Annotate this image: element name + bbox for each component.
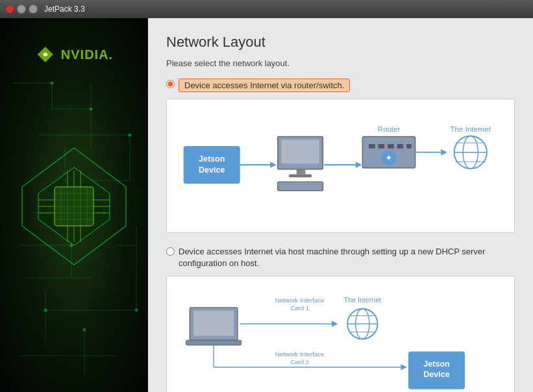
svg-rect-64 [278, 182, 323, 191]
svg-rect-86 [186, 341, 242, 346]
svg-text:Device: Device [199, 165, 225, 175]
nvidia-icon [35, 44, 56, 65]
sidebar: NVIDIA. [0, 18, 148, 392]
main-container: NVIDIA. Network Layout Please select the… [0, 18, 533, 392]
svg-marker-66 [356, 162, 362, 168]
content-area: Network Layout Please select the network… [148, 18, 533, 392]
nvidia-wordmark: NVIDIA. [61, 47, 113, 62]
svg-rect-72 [397, 144, 404, 149]
window-controls [5, 5, 38, 14]
option2-label[interactable]: Device accesses Internet via host machin… [179, 246, 515, 269]
svg-marker-102 [401, 364, 407, 371]
svg-text:Router: Router [378, 125, 401, 133]
close-button[interactable] [5, 5, 14, 14]
minimize-button[interactable] [17, 5, 26, 14]
svg-point-22 [90, 108, 93, 111]
svg-point-28 [44, 309, 47, 312]
svg-text:Card 2: Card 2 [290, 358, 309, 365]
svg-text:Jetson: Jetson [199, 154, 225, 164]
svg-text:The Internet: The Internet [450, 125, 491, 133]
svg-text:Network Interface: Network Interface [275, 297, 325, 304]
maximize-button[interactable] [29, 5, 38, 14]
option2-radio-row: Device accesses Internet via host machin… [166, 246, 515, 269]
svg-point-23 [129, 134, 132, 137]
diagram2: Network Interface Card 1 The Internet Ne… [166, 276, 515, 392]
option1-radio-row: Device accesses Internet via router/swit… [166, 79, 515, 92]
svg-rect-73 [406, 144, 412, 149]
window-title: JetPack 3.3 [44, 5, 85, 14]
svg-text:Card 1: Card 1 [290, 304, 309, 312]
option1-label[interactable]: Device accesses Internet via router/swit… [179, 79, 350, 92]
svg-rect-71 [388, 144, 394, 149]
svg-marker-77 [441, 149, 447, 156]
svg-text:Jetson: Jetson [423, 360, 450, 369]
option1-block: Device accesses Internet via router/swit… [166, 79, 515, 233]
svg-rect-70 [378, 144, 385, 149]
diagram1: Jetson Device [166, 99, 515, 233]
page-subtitle: Please select the network layout. [166, 58, 515, 68]
option2-block: Device accesses Internet via host machin… [166, 246, 515, 392]
svg-rect-63 [289, 175, 312, 178]
svg-rect-85 [193, 311, 234, 336]
page-title: Network Layout [166, 34, 515, 51]
svg-point-21 [51, 82, 54, 85]
circuit-background [0, 18, 148, 392]
svg-rect-62 [297, 169, 306, 175]
svg-text:The Internet: The Internet [344, 297, 381, 304]
svg-marker-59 [270, 162, 277, 168]
svg-marker-90 [332, 321, 338, 328]
titlebar: JetPack 3.3 [0, 0, 533, 18]
svg-rect-61 [282, 140, 319, 164]
svg-text:✦: ✦ [385, 153, 393, 163]
option2-radio[interactable] [166, 247, 175, 256]
diagram1-svg: Jetson Device [177, 110, 504, 220]
svg-text:Network Interface: Network Interface [275, 351, 325, 358]
diagram2-svg: Network Interface Card 1 The Internet Ne… [177, 287, 504, 392]
svg-text:Device: Device [423, 371, 450, 380]
nvidia-logo: NVIDIA. [35, 44, 113, 65]
svg-rect-69 [369, 144, 375, 149]
svg-point-27 [135, 309, 138, 312]
svg-point-29 [83, 328, 86, 332]
option1-radio[interactable] [166, 80, 175, 88]
